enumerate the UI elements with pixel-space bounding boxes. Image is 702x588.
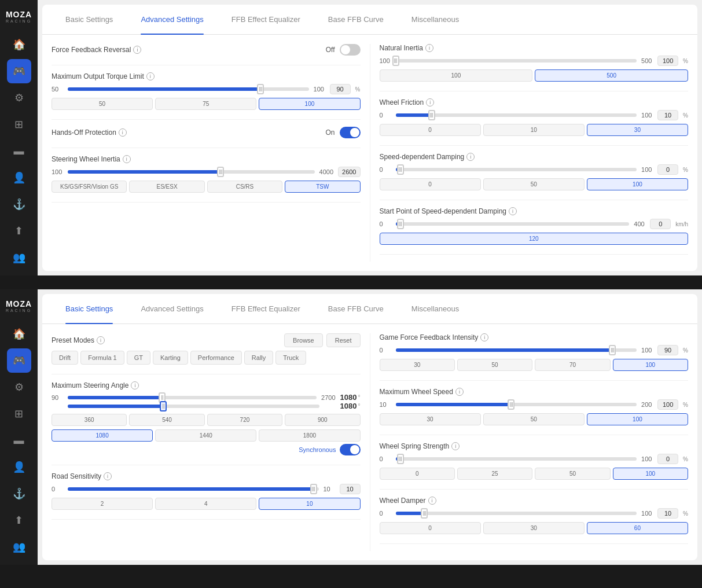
tab-base-ffb-curve[interactable]: Base FFB Curve	[314, 294, 398, 324]
preset-btn-formula-1[interactable]: Formula 1	[80, 351, 124, 365]
marker-btn[interactable]: ES/ESX	[129, 181, 204, 193]
marker-btn[interactable]: 900	[285, 414, 360, 426]
marker-btn[interactable]: 100	[613, 359, 688, 371]
marker-btn[interactable]: 30	[380, 359, 455, 371]
slider-thumb[interactable]	[257, 84, 264, 94]
marker-btn[interactable]: 100	[587, 413, 688, 425]
marker-btn[interactable]: KS/GS/FSR/Vision GS	[52, 181, 127, 193]
sidebar-item-dash[interactable]: ▬	[7, 428, 31, 453]
tab-basic-settings[interactable]: Basic Settings	[52, 294, 127, 324]
marker-btn[interactable]: 100	[587, 178, 688, 190]
marker-btn[interactable]: 30	[483, 522, 585, 534]
marker-btn[interactable]: 60	[587, 522, 688, 534]
marker-btn[interactable]: 0	[380, 178, 481, 190]
tab-ffb-effect-equalizer[interactable]: FFB Effect Equalizer	[218, 5, 314, 34]
tab-miscellaneous[interactable]: Miscellaneous	[398, 294, 473, 324]
marker-btn[interactable]: 0	[380, 468, 455, 480]
slider-thumb[interactable]	[508, 399, 514, 410]
marker-btn[interactable]: 360	[52, 414, 127, 426]
sidebar-item-users[interactable]: 👥	[7, 535, 31, 559]
slider-thumb[interactable]	[310, 484, 317, 494]
slider-track-speed-dependent-damping[interactable]	[396, 168, 637, 171]
sidebar-item-anchor[interactable]: ⚓	[7, 192, 31, 216]
action-btn-browse[interactable]: Browse	[284, 333, 323, 347]
marker-btn[interactable]: 1080	[52, 429, 153, 442]
tab-basic-settings[interactable]: Basic Settings	[52, 5, 127, 34]
sidebar-item-gamepad[interactable]: 🎮	[7, 348, 31, 373]
info-icon[interactable]: i	[131, 381, 139, 389]
info-icon[interactable]: i	[133, 46, 141, 54]
info-icon[interactable]: i	[123, 155, 131, 163]
info-icon[interactable]: i	[97, 336, 105, 344]
info-icon[interactable]: i	[509, 207, 517, 215]
marker-btn[interactable]: 1440	[155, 429, 256, 442]
marker-btn[interactable]: 100	[259, 98, 360, 110]
info-icon[interactable]: i	[466, 153, 475, 161]
marker-btn[interactable]: 50	[483, 178, 585, 190]
sidebar-item-upload[interactable]: ⬆	[7, 219, 31, 243]
sidebar-item-home[interactable]: 🏠	[7, 32, 31, 57]
marker-btn[interactable]: 30	[587, 124, 688, 136]
sidebar-item-upload[interactable]: ⬆	[7, 508, 31, 532]
tab-advanced-settings[interactable]: Advanced Settings	[127, 5, 217, 34]
marker-btn[interactable]: CS/RS	[207, 181, 282, 193]
tab-advanced-settings[interactable]: Advanced Settings	[127, 294, 217, 324]
slider-track-start-point-speed-damping[interactable]	[396, 222, 630, 226]
marker-btn[interactable]: 25	[457, 468, 532, 480]
sidebar-item-user[interactable]: 👤	[7, 166, 31, 190]
sidebar-item-wheel[interactable]: ⚙	[7, 86, 31, 110]
slider-thumb[interactable]	[397, 164, 404, 175]
marker-btn[interactable]: 720	[207, 414, 282, 426]
marker-btn[interactable]: 10	[483, 124, 585, 136]
marker-btn[interactable]: 120	[380, 233, 689, 245]
sidebar-item-gamepad[interactable]: 🎮	[7, 59, 31, 83]
info-icon[interactable]: i	[104, 472, 112, 480]
tab-base-ffb-curve[interactable]: Base FFB Curve	[314, 5, 398, 34]
preset-btn-truck[interactable]: Truck	[275, 351, 306, 365]
slider-track-game-force-feedback[interactable]	[396, 348, 637, 352]
sidebar-item-grid[interactable]: ⊞	[7, 112, 31, 137]
tab-miscellaneous[interactable]: Miscellaneous	[398, 5, 473, 34]
marker-btn[interactable]: 10	[259, 498, 360, 510]
toggle-hands-off-protection[interactable]	[340, 127, 361, 138]
marker-btn[interactable]: 50	[457, 359, 532, 371]
preset-btn-rally[interactable]: Rally	[244, 351, 273, 365]
slider-thumb[interactable]	[609, 345, 616, 355]
sidebar-item-wheel[interactable]: ⚙	[7, 375, 31, 399]
marker-btn[interactable]: 70	[535, 359, 610, 371]
marker-btn[interactable]: 50	[52, 98, 153, 110]
info-icon[interactable]: i	[425, 44, 433, 52]
slider-track-max-wheel-speed[interactable]	[396, 403, 637, 406]
toggle-sync[interactable]	[340, 444, 361, 455]
dual-track-1[interactable]	[68, 405, 319, 408]
info-icon[interactable]: i	[428, 497, 436, 505]
marker-btn[interactable]: TSW	[285, 181, 360, 193]
marker-btn[interactable]: 100	[380, 69, 533, 82]
marker-btn[interactable]: 75	[155, 98, 256, 110]
info-icon[interactable]: i	[480, 333, 488, 341]
sidebar-item-user[interactable]: 👤	[7, 455, 31, 479]
slider-thumb[interactable]	[392, 56, 399, 66]
info-icon[interactable]: i	[146, 72, 155, 80]
slider-thumb[interactable]	[421, 508, 428, 519]
info-icon[interactable]: i	[455, 388, 464, 396]
preset-btn-drift[interactable]: Drift	[52, 351, 78, 365]
toggle-force-feedback-reversal[interactable]	[340, 44, 361, 56]
slider-thumb[interactable]	[397, 219, 404, 229]
info-icon[interactable]: i	[119, 128, 127, 137]
action-btn-reset[interactable]: Reset	[326, 333, 361, 347]
info-icon[interactable]: i	[426, 98, 434, 106]
marker-btn[interactable]: 0	[380, 124, 481, 136]
marker-btn[interactable]: 30	[380, 413, 481, 425]
marker-btn[interactable]: 50	[483, 413, 585, 425]
slider-track-steering-wheel-inertia[interactable]	[68, 170, 315, 174]
marker-btn[interactable]: 4	[155, 498, 256, 510]
sidebar-item-users[interactable]: 👥	[7, 245, 31, 270]
slider-thumb[interactable]	[397, 454, 404, 464]
preset-btn-gt[interactable]: GT	[127, 351, 150, 365]
tab-ffb-effect-equalizer[interactable]: FFB Effect Equalizer	[218, 294, 314, 324]
dual-thumb-1[interactable]	[160, 401, 167, 411]
marker-btn[interactable]: 100	[613, 468, 688, 480]
sidebar-item-anchor[interactable]: ⚓	[7, 482, 31, 506]
slider-track-wheel-spring-strength[interactable]	[396, 457, 637, 461]
